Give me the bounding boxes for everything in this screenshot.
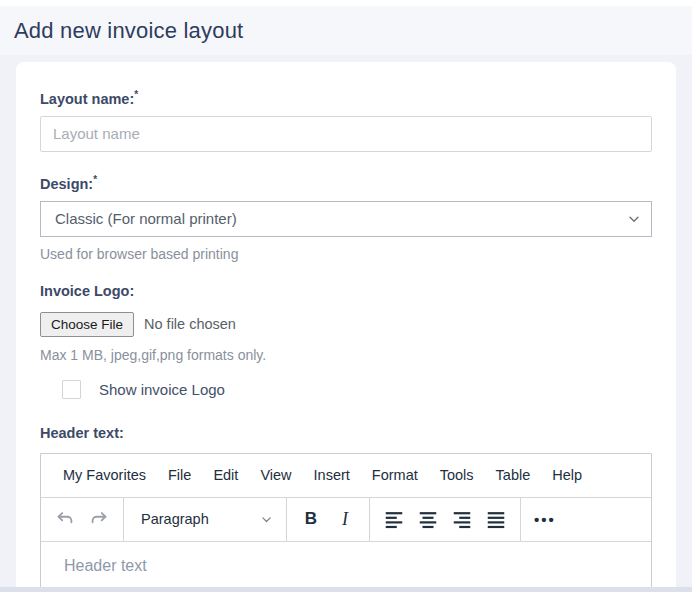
design-select[interactable]: Classic (For normal printer) [40, 201, 652, 237]
design-label-text: Design: [40, 176, 93, 192]
design-help-text: Used for browser based printing [40, 246, 652, 262]
show-invoice-logo-checkbox[interactable] [62, 380, 81, 399]
chevron-down-icon [260, 513, 273, 526]
redo-icon[interactable] [82, 502, 116, 536]
chevron-down-icon [627, 212, 641, 226]
inline-format-group: B I [287, 498, 370, 541]
block-format-group: Paragraph [124, 498, 287, 541]
align-right-icon[interactable] [445, 502, 479, 536]
required-asterisk: * [93, 174, 97, 185]
invoice-layout-form-card: Layout name:* Design:* Classic (For norm… [16, 62, 676, 592]
paragraph-format-dropdown[interactable]: Paragraph [131, 502, 279, 536]
menu-format[interactable]: Format [364, 462, 426, 488]
bold-icon[interactable]: B [294, 502, 328, 536]
show-logo-row: Show invoice Logo [62, 380, 652, 399]
menu-edit[interactable]: Edit [205, 462, 246, 488]
menu-insert[interactable]: Insert [306, 462, 358, 488]
rich-text-editor: My Favorites File Edit View Insert Forma… [40, 453, 652, 592]
menu-tools[interactable]: Tools [432, 462, 482, 488]
undo-icon[interactable] [48, 502, 82, 536]
header-text-label: Header text: [40, 425, 652, 441]
italic-icon[interactable]: I [328, 502, 362, 536]
file-status-text: No file chosen [144, 316, 236, 332]
invoice-logo-file-input: Choose File No file chosen [40, 312, 652, 337]
invoice-logo-help-text: Max 1 MB, jpeg,gif,png formats only. [40, 347, 652, 363]
menu-file[interactable]: File [160, 462, 199, 488]
menu-my-favorites[interactable]: My Favorites [55, 462, 154, 488]
design-label: Design:* [40, 174, 652, 192]
menu-table[interactable]: Table [488, 462, 539, 488]
layout-name-label-text: Layout name: [40, 91, 134, 107]
paragraph-format-label: Paragraph [141, 511, 209, 527]
align-left-icon[interactable] [377, 502, 411, 536]
bottom-edge-strip [0, 587, 692, 592]
menu-help[interactable]: Help [544, 462, 590, 488]
page-title: Add new invoice layout [14, 18, 243, 44]
menu-view[interactable]: View [252, 462, 299, 488]
editor-toolbar: Paragraph B I [41, 498, 651, 542]
more-options-icon[interactable]: ••• [528, 502, 562, 536]
layout-name-label: Layout name:* [40, 89, 652, 107]
history-group [41, 498, 124, 541]
design-selected-option: Classic (For normal printer) [55, 210, 237, 227]
layout-name-input[interactable] [40, 116, 652, 152]
alignment-group [370, 498, 521, 541]
show-invoice-logo-label: Show invoice Logo [99, 381, 225, 398]
align-justify-icon[interactable] [479, 502, 513, 536]
invoice-logo-label: Invoice Logo: [40, 283, 652, 299]
editor-menubar: My Favorites File Edit View Insert Forma… [41, 454, 651, 498]
editor-placeholder-text: Header text [64, 557, 628, 575]
choose-file-button[interactable]: Choose File [40, 312, 134, 337]
overflow-group: ••• [521, 498, 569, 541]
editor-content-area[interactable]: Header text [41, 542, 651, 592]
align-center-icon[interactable] [411, 502, 445, 536]
required-asterisk: * [134, 89, 138, 100]
title-bar: Add new invoice layout [0, 6, 692, 55]
